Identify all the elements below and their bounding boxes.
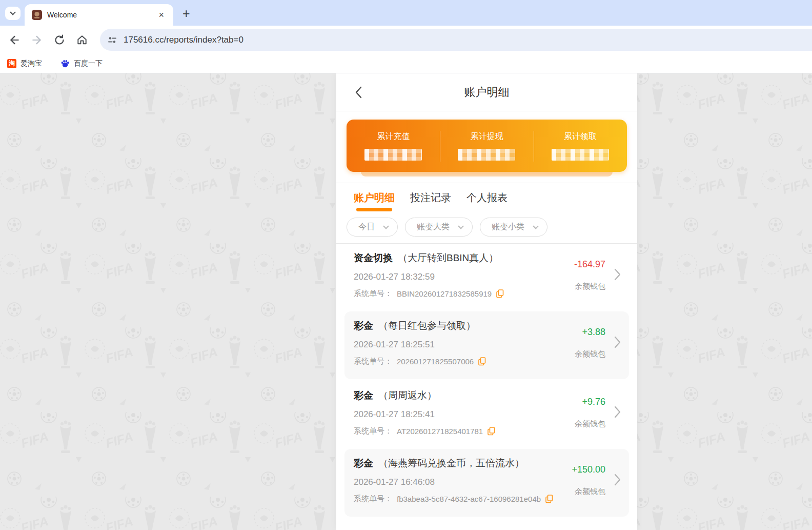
taobao-icon: 淘 (7, 59, 16, 68)
transaction-type: 彩金 (354, 458, 373, 468)
reload-icon (54, 34, 65, 46)
back-button-page[interactable] (352, 86, 365, 99)
transaction-row[interactable]: 彩金（每日红包参与领取） 2026-01-27 18:25:51 系统单号：20… (344, 311, 629, 379)
order-prefix-label: 系统单号： (354, 289, 392, 299)
summary-label: 累计领取 (564, 131, 597, 142)
transaction-type: 资金切换 (354, 252, 393, 263)
reload-button[interactable] (52, 33, 67, 47)
chevron-right-icon[interactable] (614, 336, 621, 350)
page-title: 账户明细 (464, 85, 510, 100)
copy-icon (496, 289, 504, 298)
site-info-icon[interactable] (107, 35, 117, 45)
account-detail-panel: 账户明细 累计充值 累计提现 累计领取 账户明细 投注记录 个人报表 (336, 73, 637, 530)
report-tabs: 账户明细 投注记录 个人报表 (336, 183, 637, 211)
copy-button[interactable] (488, 427, 495, 436)
copy-button[interactable] (545, 495, 553, 503)
order-number: BBIN202601271832585919 (397, 289, 492, 298)
order-number: 202601271825507006 (397, 357, 474, 366)
summary-withdraw: 累计提现 (440, 120, 533, 172)
transaction-datetime: 2026-01-27 16:46:08 (354, 477, 629, 487)
transaction-amount: +9.76 (582, 397, 605, 407)
close-icon[interactable]: × (156, 9, 166, 21)
transaction-amount: -164.97 (574, 259, 605, 270)
home-button[interactable] (75, 33, 89, 47)
filter-date-dropdown[interactable]: 今日 (347, 218, 398, 237)
chevron-down-icon (10, 9, 15, 15)
transaction-row[interactable]: 资金切换（大厅转到BBIN真人） 2026-01-27 18:32:59 系统单… (336, 244, 637, 310)
transaction-row[interactable]: 彩金（周周返水） 2026-01-27 18:25:41 系统单号：AT2026… (336, 381, 637, 448)
back-icon (9, 34, 20, 46)
copy-icon (545, 495, 553, 503)
transaction-desc: （大厅转到BBIN真人） (398, 252, 498, 263)
summary-card-shadow (361, 172, 613, 176)
forward-button[interactable] (30, 33, 44, 47)
chevron-right-icon[interactable] (614, 474, 621, 488)
bookmark-label: 爱淘宝 (21, 59, 42, 68)
filter-minor-category-dropdown[interactable]: 账变小类 (480, 218, 547, 237)
transaction-amount: +3.88 (582, 327, 605, 338)
wallet-label: 余额钱包 (575, 419, 605, 429)
baidu-icon (60, 59, 70, 68)
transaction-datetime: 2026-01-27 18:25:41 (354, 409, 637, 420)
order-prefix-label: 系统单号： (354, 494, 392, 504)
wallet-label: 余额钱包 (575, 282, 605, 291)
transaction-amount: +150.00 (572, 464, 605, 475)
copy-icon (488, 427, 495, 436)
filter-row: 今日 账变大类 账变小类 (336, 211, 637, 243)
order-prefix-label: 系统单号： (354, 426, 392, 436)
wallet-label: 余额钱包 (575, 487, 605, 497)
forward-icon (31, 34, 43, 46)
tab-search-button[interactable] (5, 7, 21, 20)
transaction-desc: （周周返水） (378, 390, 437, 401)
summary-label: 累计充值 (377, 131, 410, 142)
page-background: FIFA (0, 73, 812, 530)
transaction-datetime: 2026-01-27 18:32:59 (354, 272, 637, 282)
address-bar[interactable]: 175616.cc/reports/index?tab=0 (100, 29, 812, 51)
order-number: AT202601271825401781 (397, 427, 483, 436)
masked-amount (364, 149, 422, 161)
filter-major-category-dropdown[interactable]: 账变大类 (405, 218, 473, 237)
site-favicon-icon (32, 10, 42, 20)
copy-icon (478, 357, 486, 366)
panel-header: 账户明细 (336, 73, 637, 111)
copy-button[interactable] (496, 289, 504, 298)
masked-amount (552, 149, 609, 161)
summary-recharge: 累计充值 (347, 120, 440, 172)
copy-button[interactable] (478, 357, 486, 366)
back-button[interactable] (7, 33, 22, 47)
masked-amount (458, 149, 515, 161)
chevron-right-icon[interactable] (614, 268, 621, 283)
home-icon (76, 34, 88, 46)
transaction-datetime: 2026-01-27 18:25:51 (354, 340, 629, 350)
browser-toolbar: 175616.cc/reports/index?tab=0 (0, 26, 812, 54)
bookmarks-bar: 淘 爱淘宝 百度一下 (0, 54, 812, 73)
chevron-right-icon[interactable] (614, 406, 621, 420)
browser-tab-strip: Welcome × + (0, 0, 812, 26)
chevron-down-icon (533, 223, 538, 229)
transaction-type: 彩金 (354, 390, 373, 401)
order-number: fb3abea3-5c87-4632-ac67-16096281e04b (397, 495, 541, 503)
chevron-down-icon (383, 223, 389, 229)
bookmark-taobao[interactable]: 淘 爱淘宝 (7, 59, 42, 68)
transaction-list: 资金切换（大厅转到BBIN真人） 2026-01-27 18:32:59 系统单… (336, 244, 637, 517)
new-tab-button[interactable]: + (178, 5, 194, 22)
filter-label: 今日 (358, 222, 375, 232)
transaction-desc: （每日红包参与领取） (378, 320, 476, 331)
tab-title: Welcome (47, 11, 156, 19)
bookmark-label: 百度一下 (74, 59, 103, 68)
browser-tab[interactable]: Welcome × (25, 4, 173, 26)
order-prefix-label: 系统单号： (354, 357, 392, 366)
tab-personal-report[interactable]: 个人报表 (466, 191, 508, 211)
bookmark-baidu[interactable]: 百度一下 (60, 59, 103, 68)
transaction-row[interactable]: 彩金（海燕筹码兑换金币，五倍流水） 2026-01-27 16:46:08 系统… (344, 449, 629, 517)
summary-card: 累计充值 累计提现 累计领取 (347, 120, 627, 172)
tab-account-detail[interactable]: 账户明细 (354, 191, 395, 211)
wallet-label: 余额钱包 (575, 349, 605, 359)
filter-label: 账变大类 (417, 222, 450, 232)
back-chevron-icon (355, 86, 362, 99)
summary-label: 累计提现 (470, 131, 503, 142)
chevron-down-icon (458, 223, 463, 229)
tab-bet-records[interactable]: 投注记录 (410, 191, 451, 211)
transaction-type: 彩金 (354, 320, 373, 331)
filter-label: 账变小类 (492, 222, 524, 232)
